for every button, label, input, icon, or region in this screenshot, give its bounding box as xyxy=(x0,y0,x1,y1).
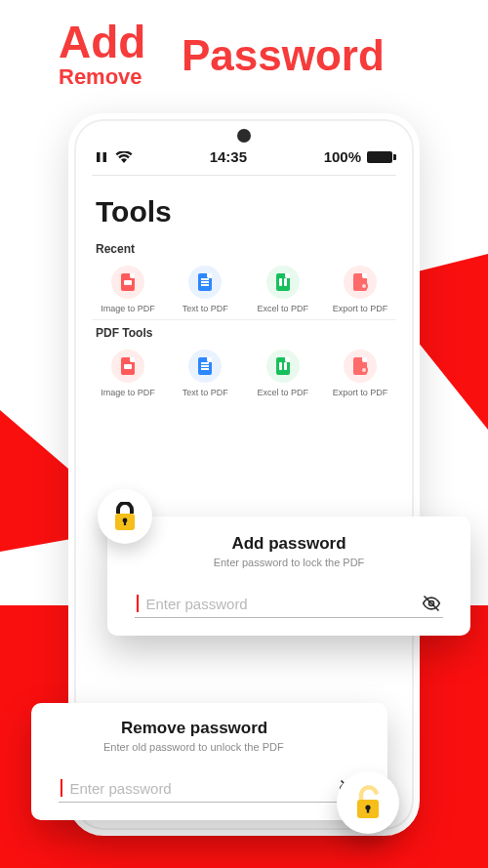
tool-image-to-pdf[interactable]: Image to PDF xyxy=(92,266,164,313)
remove-card-title: Remove password xyxy=(53,719,366,738)
pdf-tools-row: Image to PDF Text to PDF Excel to PDF Ex… xyxy=(92,342,396,403)
tool-label: Text to PDF xyxy=(169,304,241,313)
unlock-badge xyxy=(337,771,399,834)
phone-notch xyxy=(237,129,251,143)
battery-icon xyxy=(367,151,392,163)
remove-password-card: Remove password Enter old password to un… xyxy=(31,703,387,820)
add-card-title: Add password xyxy=(129,534,449,554)
remove-password-input[interactable] xyxy=(70,780,332,797)
tool-label: Image to PDF xyxy=(92,304,164,313)
svg-rect-1 xyxy=(103,152,107,162)
tool-image-to-pdf[interactable]: Image to PDF xyxy=(92,350,164,397)
tool-text-to-pdf[interactable]: Text to PDF xyxy=(169,266,241,313)
text-cursor xyxy=(137,595,139,612)
status-bar: 14:35 100% xyxy=(92,146,396,171)
file-excel-icon xyxy=(266,266,300,299)
pause-icon xyxy=(96,151,107,163)
tool-excel-to-pdf[interactable]: Excel to PDF xyxy=(247,350,319,397)
file-text-icon xyxy=(188,350,222,383)
add-password-card: Add password Enter password to lock the … xyxy=(107,517,470,636)
page-title: Tools xyxy=(92,186,396,236)
text-cursor xyxy=(61,779,62,797)
wifi-icon xyxy=(115,151,133,163)
hero-heading: Add Remove Password xyxy=(0,0,488,100)
status-bar-divider xyxy=(92,175,396,176)
svg-rect-11 xyxy=(367,808,369,813)
tool-label: Text to PDF xyxy=(169,388,241,397)
status-bar-left xyxy=(96,151,133,163)
remove-password-field[interactable] xyxy=(59,774,360,803)
svg-rect-0 xyxy=(97,152,101,162)
battery-percent-text: 100% xyxy=(324,148,361,165)
add-password-input[interactable] xyxy=(146,596,415,612)
tool-label: Excel to PDF xyxy=(247,304,319,313)
file-export-icon xyxy=(344,266,377,299)
tool-label: Export to PDF xyxy=(324,388,396,397)
section-title-recent: Recent xyxy=(92,236,396,258)
remove-card-subtitle: Enter old password to unlock the PDF xyxy=(53,741,366,753)
tool-label: Excel to PDF xyxy=(247,388,319,397)
add-card-subtitle: Enter password to lock the PDF xyxy=(129,557,449,568)
lock-badge xyxy=(98,489,152,544)
tool-text-to-pdf[interactable]: Text to PDF xyxy=(169,350,241,397)
file-text-icon xyxy=(188,266,222,299)
tool-export-to-pdf[interactable]: Export to PDF xyxy=(324,350,396,397)
file-excel-icon xyxy=(266,350,300,383)
tool-label: Image to PDF xyxy=(92,388,164,397)
lock-icon xyxy=(111,502,139,531)
svg-rect-4 xyxy=(124,521,126,525)
unlock-icon xyxy=(351,785,385,820)
status-bar-time: 14:35 xyxy=(210,148,247,165)
add-password-field[interactable] xyxy=(135,590,443,618)
section-title-pdf-tools: PDF Tools xyxy=(92,320,396,342)
file-image-icon xyxy=(111,350,144,383)
hero-password-text: Password xyxy=(182,31,385,80)
file-image-icon xyxy=(111,266,144,299)
eye-off-icon[interactable] xyxy=(422,594,441,613)
recent-tools-row: Image to PDF Text to PDF Excel to PDF Ex… xyxy=(92,258,396,320)
status-bar-right: 100% xyxy=(324,148,392,165)
tool-excel-to-pdf[interactable]: Excel to PDF xyxy=(247,266,319,313)
tool-label: Export to PDF xyxy=(324,304,396,313)
tool-export-to-pdf[interactable]: Export to PDF xyxy=(324,266,396,313)
file-export-icon xyxy=(344,350,377,383)
